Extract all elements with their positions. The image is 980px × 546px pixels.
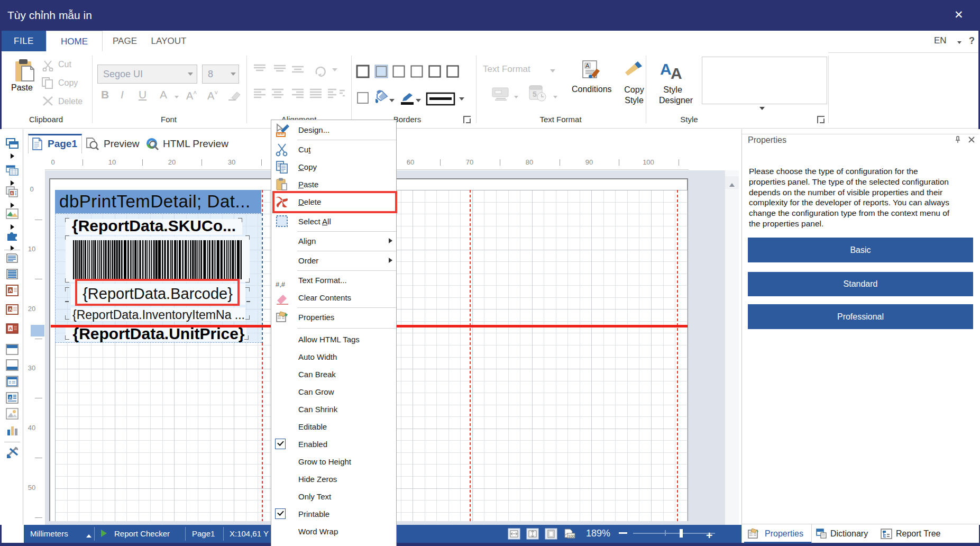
svg-text:5: 5 [533, 90, 537, 98]
svg-text:A: A [9, 326, 13, 331]
svg-text:A: A [11, 192, 13, 195]
svg-text:A: A [671, 65, 682, 81]
svg-text:A: A [9, 288, 13, 293]
svg-text:A: A [9, 307, 12, 312]
svg-text:A: A [9, 395, 12, 400]
svg-text:A: A [660, 60, 672, 78]
svg-text:A: A [585, 62, 590, 69]
svg-text:100: 100 [568, 534, 575, 539]
